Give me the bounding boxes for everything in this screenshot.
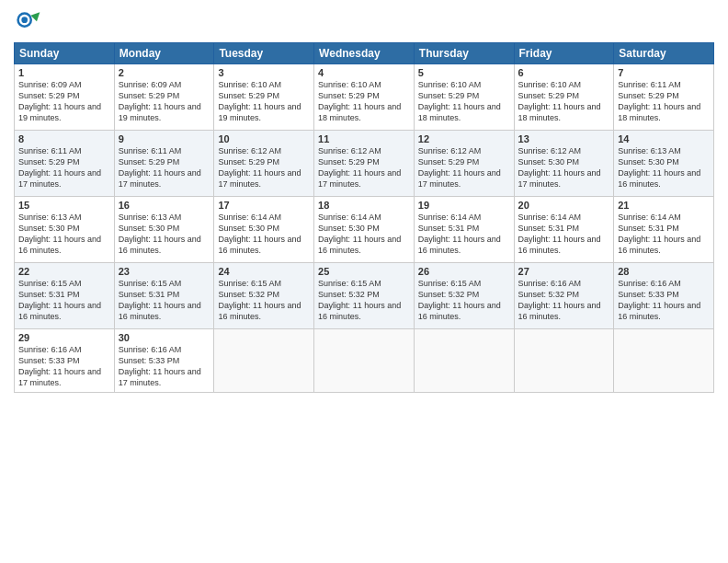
day-number: 1 — [18, 67, 110, 78]
calendar-cell: 6Sunrise: 6:10 AMSunset: 5:29 PMDaylight… — [514, 64, 614, 131]
calendar-cell: 24Sunrise: 6:15 AMSunset: 5:32 PMDayligh… — [214, 263, 314, 329]
day-info: Sunrise: 6:11 AMSunset: 5:29 PMDaylight:… — [618, 79, 710, 124]
day-number: 17 — [218, 200, 310, 211]
day-info: Sunrise: 6:15 AMSunset: 5:32 PMDaylight:… — [218, 278, 310, 323]
day-info: Sunrise: 6:10 AMSunset: 5:29 PMDaylight:… — [218, 79, 310, 124]
day-info: Sunrise: 6:12 AMSunset: 5:29 PMDaylight:… — [318, 145, 410, 190]
day-info: Sunrise: 6:16 AMSunset: 5:32 PMDaylight:… — [518, 278, 610, 323]
col-header-thursday: Thursday — [414, 43, 514, 64]
day-info: Sunrise: 6:09 AMSunset: 5:29 PMDaylight:… — [18, 79, 110, 124]
svg-point-2 — [21, 17, 28, 23]
calendar-week-1: 1Sunrise: 6:09 AMSunset: 5:29 PMDaylight… — [15, 64, 714, 131]
day-number: 19 — [418, 200, 510, 211]
day-info: Sunrise: 6:12 AMSunset: 5:30 PMDaylight:… — [518, 145, 610, 190]
calendar-cell: 9Sunrise: 6:11 AMSunset: 5:29 PMDaylight… — [114, 131, 214, 197]
day-number: 18 — [318, 200, 410, 211]
calendar-cell: 16Sunrise: 6:13 AMSunset: 5:30 PMDayligh… — [114, 197, 214, 263]
calendar-cell: 12Sunrise: 6:12 AMSunset: 5:29 PMDayligh… — [414, 131, 514, 197]
calendar-table: SundayMondayTuesdayWednesdayThursdayFrid… — [14, 42, 714, 393]
col-header-wednesday: Wednesday — [314, 43, 415, 64]
calendar-cell: 21Sunrise: 6:14 AMSunset: 5:31 PMDayligh… — [614, 197, 714, 263]
day-info: Sunrise: 6:12 AMSunset: 5:29 PMDaylight:… — [218, 145, 310, 190]
calendar-cell: 19Sunrise: 6:14 AMSunset: 5:31 PMDayligh… — [414, 197, 514, 263]
day-info: Sunrise: 6:11 AMSunset: 5:29 PMDaylight:… — [119, 145, 210, 190]
logo — [14, 9, 43, 37]
calendar-cell: 15Sunrise: 6:13 AMSunset: 5:30 PMDayligh… — [15, 197, 115, 263]
day-info: Sunrise: 6:12 AMSunset: 5:29 PMDaylight:… — [418, 145, 510, 190]
day-info: Sunrise: 6:16 AMSunset: 5:33 PMDaylight:… — [18, 344, 110, 389]
col-header-saturday: Saturday — [614, 43, 714, 64]
calendar-cell — [414, 329, 514, 393]
col-header-tuesday: Tuesday — [214, 43, 314, 64]
day-number: 30 — [119, 332, 210, 343]
day-number: 16 — [119, 200, 210, 211]
calendar-cell: 28Sunrise: 6:16 AMSunset: 5:33 PMDayligh… — [614, 263, 714, 329]
day-number: 20 — [518, 200, 610, 211]
calendar-cell: 27Sunrise: 6:16 AMSunset: 5:32 PMDayligh… — [514, 263, 614, 329]
day-info: Sunrise: 6:15 AMSunset: 5:32 PMDaylight:… — [318, 278, 410, 323]
day-info: Sunrise: 6:14 AMSunset: 5:30 PMDaylight:… — [318, 212, 410, 257]
day-number: 13 — [518, 133, 610, 144]
day-info: Sunrise: 6:14 AMSunset: 5:31 PMDaylight:… — [618, 212, 710, 257]
col-header-monday: Monday — [114, 43, 214, 64]
calendar-cell: 29Sunrise: 6:16 AMSunset: 5:33 PMDayligh… — [15, 329, 115, 393]
col-header-sunday: Sunday — [15, 43, 115, 64]
calendar-cell: 7Sunrise: 6:11 AMSunset: 5:29 PMDaylight… — [614, 64, 714, 131]
calendar-cell: 17Sunrise: 6:14 AMSunset: 5:30 PMDayligh… — [214, 197, 314, 263]
day-info: Sunrise: 6:14 AMSunset: 5:31 PMDaylight:… — [418, 212, 510, 257]
day-number: 8 — [18, 133, 110, 144]
day-info: Sunrise: 6:15 AMSunset: 5:31 PMDaylight:… — [119, 278, 210, 323]
calendar-cell: 1Sunrise: 6:09 AMSunset: 5:29 PMDaylight… — [15, 64, 115, 131]
calendar-cell — [514, 329, 614, 393]
col-header-friday: Friday — [514, 43, 614, 64]
calendar-cell: 10Sunrise: 6:12 AMSunset: 5:29 PMDayligh… — [214, 131, 314, 197]
calendar-cell: 14Sunrise: 6:13 AMSunset: 5:30 PMDayligh… — [614, 131, 714, 197]
calendar-week-2: 8Sunrise: 6:11 AMSunset: 5:29 PMDaylight… — [15, 131, 714, 197]
calendar-cell: 11Sunrise: 6:12 AMSunset: 5:29 PMDayligh… — [314, 131, 415, 197]
day-info: Sunrise: 6:14 AMSunset: 5:31 PMDaylight:… — [518, 212, 610, 257]
logo-icon — [14, 9, 41, 37]
day-number: 22 — [18, 266, 110, 277]
day-number: 7 — [618, 67, 710, 78]
calendar-cell: 8Sunrise: 6:11 AMSunset: 5:29 PMDaylight… — [15, 131, 115, 197]
day-info: Sunrise: 6:10 AMSunset: 5:29 PMDaylight:… — [318, 79, 410, 124]
calendar-week-3: 15Sunrise: 6:13 AMSunset: 5:30 PMDayligh… — [15, 197, 714, 263]
day-number: 4 — [318, 67, 410, 78]
day-info: Sunrise: 6:13 AMSunset: 5:30 PMDaylight:… — [618, 145, 710, 190]
calendar-cell: 5Sunrise: 6:10 AMSunset: 5:29 PMDaylight… — [414, 64, 514, 131]
day-number: 26 — [418, 266, 510, 277]
day-number: 25 — [318, 266, 410, 277]
day-number: 2 — [119, 67, 210, 78]
day-number: 23 — [119, 266, 210, 277]
calendar-cell: 13Sunrise: 6:12 AMSunset: 5:30 PMDayligh… — [514, 131, 614, 197]
day-number: 12 — [418, 133, 510, 144]
day-info: Sunrise: 6:10 AMSunset: 5:29 PMDaylight:… — [418, 79, 510, 124]
day-info: Sunrise: 6:16 AMSunset: 5:33 PMDaylight:… — [119, 344, 210, 389]
calendar-cell: 4Sunrise: 6:10 AMSunset: 5:29 PMDaylight… — [314, 64, 415, 131]
day-info: Sunrise: 6:14 AMSunset: 5:30 PMDaylight:… — [218, 212, 310, 257]
day-info: Sunrise: 6:10 AMSunset: 5:29 PMDaylight:… — [518, 79, 610, 124]
day-number: 24 — [218, 266, 310, 277]
calendar-cell — [314, 329, 415, 393]
calendar-cell: 22Sunrise: 6:15 AMSunset: 5:31 PMDayligh… — [15, 263, 115, 329]
day-info: Sunrise: 6:11 AMSunset: 5:29 PMDaylight:… — [18, 145, 110, 190]
day-number: 14 — [618, 133, 710, 144]
calendar-week-5: 29Sunrise: 6:16 AMSunset: 5:33 PMDayligh… — [15, 329, 714, 393]
calendar-cell: 2Sunrise: 6:09 AMSunset: 5:29 PMDaylight… — [114, 64, 214, 131]
calendar-header-row: SundayMondayTuesdayWednesdayThursdayFrid… — [15, 43, 714, 64]
day-info: Sunrise: 6:09 AMSunset: 5:29 PMDaylight:… — [119, 79, 210, 124]
day-number: 6 — [518, 67, 610, 78]
day-info: Sunrise: 6:15 AMSunset: 5:31 PMDaylight:… — [18, 278, 110, 323]
page-header — [14, 9, 714, 37]
day-number: 21 — [618, 200, 710, 211]
day-number: 29 — [18, 332, 110, 343]
day-number: 15 — [18, 200, 110, 211]
calendar-cell: 30Sunrise: 6:16 AMSunset: 5:33 PMDayligh… — [114, 329, 214, 393]
calendar-cell — [614, 329, 714, 393]
day-info: Sunrise: 6:15 AMSunset: 5:32 PMDaylight:… — [418, 278, 510, 323]
day-number: 3 — [218, 67, 310, 78]
calendar-week-4: 22Sunrise: 6:15 AMSunset: 5:31 PMDayligh… — [15, 263, 714, 329]
day-number: 10 — [218, 133, 310, 144]
day-info: Sunrise: 6:13 AMSunset: 5:30 PMDaylight:… — [119, 212, 210, 257]
calendar-cell: 25Sunrise: 6:15 AMSunset: 5:32 PMDayligh… — [314, 263, 415, 329]
